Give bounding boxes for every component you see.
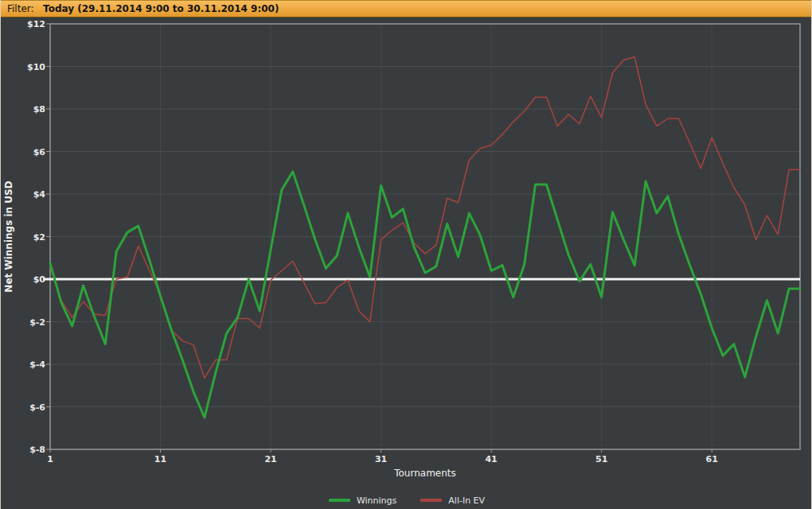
x-tick-label: 1 xyxy=(47,454,53,464)
x-tick-label: 31 xyxy=(375,454,387,464)
x-tick-label: 11 xyxy=(154,454,166,464)
y-tick-label: $-2 xyxy=(29,317,45,328)
y-tick-label: $4 xyxy=(33,189,46,200)
y-tick-label: $-6 xyxy=(29,402,45,413)
poker-tracker-window: Filter: Today (29.11.2014 9:00 to 30.11.… xyxy=(0,0,812,509)
chart-legend: Winnings All-In EV xyxy=(1,493,812,507)
y-axis-title: Net Winnings in USD xyxy=(3,181,14,292)
y-tick-label: $6 xyxy=(33,147,46,157)
allin-ev-legend-label: All-In EV xyxy=(448,495,485,506)
filter-bar[interactable]: Filter: Today (29.11.2014 9:00 to 30.11.… xyxy=(1,0,811,17)
winnings-line xyxy=(50,172,800,418)
y-tick-label: $8 xyxy=(33,104,45,115)
zero-tick xyxy=(43,278,50,281)
y-tick-label: $2 xyxy=(33,232,45,243)
y-tick-label: $-8 xyxy=(29,445,45,455)
y-tick-label: $12 xyxy=(27,19,45,29)
x-tick-label: 21 xyxy=(264,454,276,464)
x-tick-label: 51 xyxy=(595,454,607,464)
legend-item-winnings: Winnings xyxy=(329,495,396,506)
winnings-legend-label: Winnings xyxy=(357,495,396,506)
all-in-ev-line xyxy=(50,57,800,379)
filter-value: Today (29.11.2014 9:00 to 30.11.2014 9:0… xyxy=(43,3,279,14)
legend-item-allin-ev: All-In EV xyxy=(420,495,485,506)
y-tick-label: $-4 xyxy=(29,359,45,370)
allin-ev-swatch xyxy=(420,499,442,502)
winnings-graph: $12$10$8$6$4$2$0$-2$-4$-6$-8111213141516… xyxy=(1,17,812,509)
winnings-swatch xyxy=(329,499,350,502)
x-tick-label: 41 xyxy=(485,454,497,464)
x-axis-title: Tournaments xyxy=(393,468,456,479)
chart-region: $12$10$8$6$4$2$0$-2$-4$-6$-8111213141516… xyxy=(1,17,812,509)
filter-label: Filter: xyxy=(7,3,34,14)
x-tick-label: 61 xyxy=(706,454,718,464)
y-tick-label: $10 xyxy=(27,62,45,72)
